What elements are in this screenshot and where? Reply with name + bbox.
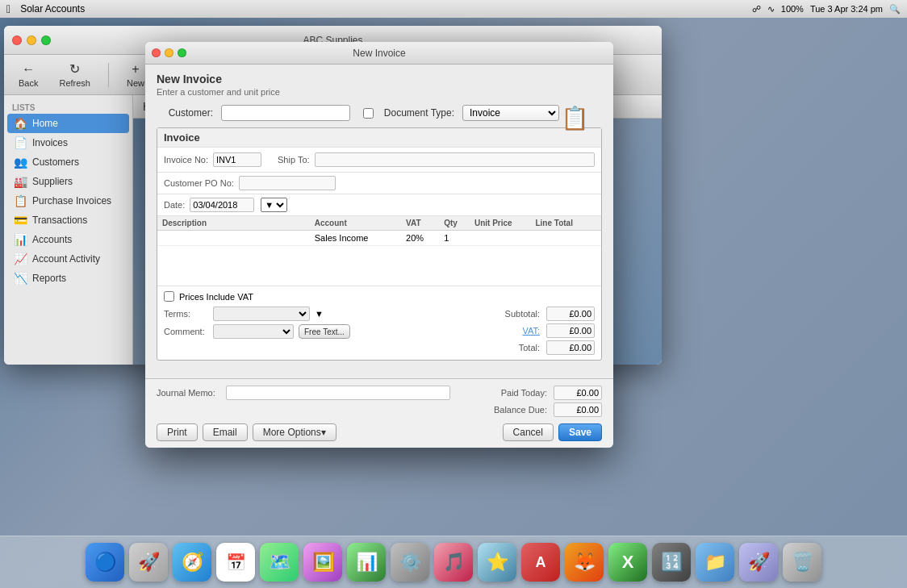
dock-excel[interactable]: X [608, 543, 647, 582]
menubar-left:  Solar Accounts [6, 2, 85, 15]
dock-music[interactable]: 🎵 [434, 543, 473, 582]
imovie-icon: ⭐ [487, 552, 508, 573]
modal-titlebar: New Invoice [145, 42, 613, 65]
sidebar-item-purchase-invoices[interactable]: 📋 Purchase Invoices [7, 191, 129, 211]
document-type-select[interactable]: Invoice Quote Credit Note [462, 105, 559, 121]
sidebar-item-invoices[interactable]: 📄 Invoices [7, 133, 129, 152]
dock-launchpad2[interactable]: 🚀 [739, 543, 778, 582]
dock-settings[interactable]: ⚙️ [391, 543, 429, 582]
accounts-icon: 📊 [14, 233, 27, 246]
calendar-icon: 📅 [226, 553, 246, 572]
prices-include-vat-checkbox[interactable] [164, 291, 174, 302]
apple-logo-icon[interactable]:  [6, 2, 10, 15]
modal-close-button[interactable] [152, 48, 161, 57]
dock-imovie[interactable]: ⭐ [478, 543, 516, 582]
sidebar-item-customers[interactable]: 👥 Customers [7, 152, 129, 172]
subtotal-row: Subtotal: [491, 307, 595, 321]
terms-select[interactable] [213, 307, 310, 321]
line-description-input[interactable] [162, 233, 315, 243]
desktop: ABC Supplies ← Back ↻ Refresh + New [0, 18, 907, 588]
more-options-button[interactable]: More Options▾ [253, 423, 336, 441]
sidebar-customers-label: Customers [32, 156, 79, 168]
appstore-icon: A [536, 554, 546, 571]
comment-select[interactable] [213, 324, 294, 339]
search-icon[interactable]: 🔍 [889, 4, 901, 15]
dock-launchpad[interactable]: 🚀 [129, 543, 168, 582]
sidebar-suppliers-label: Suppliers [32, 176, 73, 187]
dock-finder[interactable]: 🔵 [86, 543, 124, 582]
menubar:  Solar Accounts ☍ ∿ 100% Tue 3 Apr 3:24… [0, 0, 907, 18]
date-row: Date: ▼ [157, 194, 601, 216]
music-icon: 🎵 [443, 552, 465, 573]
col-qty: Qty [444, 219, 474, 227]
line-unit-price-input[interactable] [474, 233, 536, 243]
line-items-empty-space [157, 246, 601, 286]
subtotal-input [546, 307, 595, 321]
invoice-box: Invoice Invoice No: Ship To: [157, 127, 602, 361]
dock-appstore[interactable]: A [521, 543, 560, 582]
launchpad2-icon: 🚀 [748, 552, 770, 573]
dock-numbers[interactable]: 📊 [347, 543, 386, 582]
app-menu-item[interactable]: Solar Accounts [20, 3, 85, 15]
terms-row: Terms: ▼ [164, 307, 449, 321]
date-picker-select[interactable]: ▼ [261, 198, 287, 212]
modal-maximize-button[interactable] [178, 48, 186, 57]
date-input[interactable] [190, 198, 254, 212]
sidebar-item-suppliers[interactable]: 🏭 Suppliers [7, 172, 129, 191]
dock-safari[interactable]: 🧭 [173, 543, 211, 582]
prices-include-vat-label: Prices Include VAT [179, 292, 253, 302]
customer-po-input[interactable] [239, 176, 336, 190]
dock-calculator[interactable]: 🔢 [652, 543, 691, 582]
paid-today-input[interactable] [554, 386, 602, 400]
line-total-input[interactable] [535, 233, 596, 243]
free-text-button[interactable]: Free Text... [299, 324, 350, 339]
sidebar-purchase-invoices-label: Purchase Invoices [32, 195, 111, 206]
modal-minimize-button[interactable] [165, 48, 173, 57]
print-button[interactable]: Print [157, 423, 198, 441]
new-icon: + [132, 62, 139, 77]
numbers-icon: 📊 [356, 552, 378, 573]
dock-calendar[interactable]: 📅 [216, 543, 255, 582]
sidebar-item-accounts[interactable]: 📊 Accounts [7, 230, 129, 249]
trash-icon: 🗑️ [792, 552, 813, 573]
back-button[interactable]: ← Back [12, 59, 44, 91]
customer-checkbox[interactable] [363, 108, 374, 119]
firefox-icon: 🦊 [574, 552, 596, 573]
terms-section: Terms: ▼ Comment: [164, 307, 449, 342]
sidebar-item-home[interactable]: 🏠 Home [7, 114, 129, 133]
battery-indicator: 100% [781, 4, 804, 14]
vat-link[interactable]: VAT: [522, 326, 540, 336]
col-account: Account [315, 219, 406, 227]
col-vat: VAT [406, 219, 444, 227]
dock-files[interactable]: 📁 [696, 543, 734, 582]
sidebar-item-account-activity[interactable]: 📈 Account Activity [7, 249, 129, 269]
journal-memo-input[interactable] [226, 386, 450, 400]
menubar-right: ☍ ∿ 100% Tue 3 Apr 3:24 pm 🔍 [752, 4, 901, 15]
sidebar-item-reports[interactable]: 📉 Reports [7, 269, 129, 288]
invoice-no-input[interactable] [213, 152, 261, 167]
document-icon: 📋 [558, 102, 591, 134]
modal-title: New Invoice [353, 48, 405, 59]
refresh-icon: ↻ [69, 61, 80, 77]
customer-po-row: Customer PO No: [157, 173, 601, 194]
ship-to-input[interactable] [315, 152, 595, 167]
cancel-button[interactable]: Cancel [503, 423, 554, 441]
terms-label: Terms: [164, 309, 208, 319]
refresh-button[interactable]: ↻ Refresh [52, 58, 97, 91]
window-minimize-button[interactable] [27, 35, 36, 45]
dock-firefox[interactable]: 🦊 [565, 543, 604, 582]
line-items-header: Description Account VAT Qty Unit Price L… [157, 216, 601, 231]
window-maximize-button[interactable] [41, 35, 51, 45]
balance-due-input [554, 402, 602, 417]
save-button[interactable]: Save [558, 423, 602, 441]
sidebar-item-transactions[interactable]: 💳 Transactions [7, 211, 129, 230]
dock-photos[interactable]: 🖼️ [303, 543, 342, 582]
email-button[interactable]: Email [203, 423, 248, 441]
customer-input[interactable] [221, 105, 350, 121]
new-label: New [127, 78, 144, 88]
window-close-button[interactable] [12, 35, 22, 45]
photos-icon: 🖼️ [312, 552, 334, 573]
dock-trash[interactable]: 🗑️ [783, 543, 821, 582]
modal-body: New Invoice Enter a customer and unit pr… [145, 65, 613, 378]
dock-maps[interactable]: 🗺️ [260, 543, 299, 582]
